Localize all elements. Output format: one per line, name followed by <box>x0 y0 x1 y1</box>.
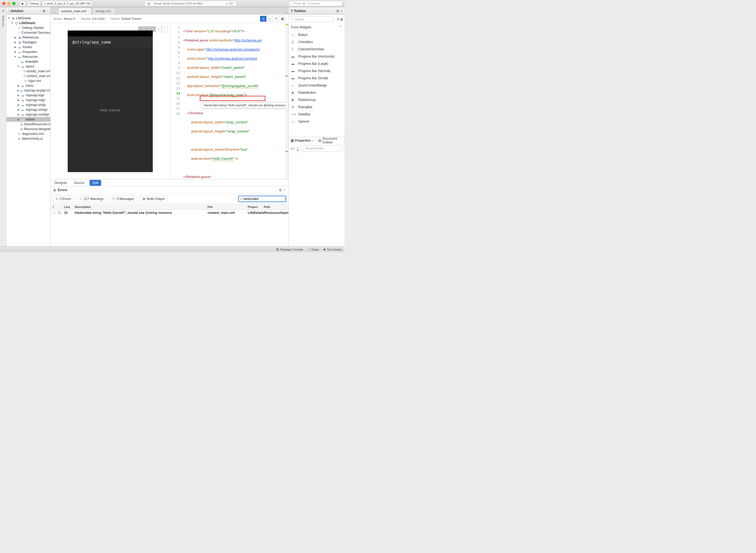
run-button[interactable]: ▶ <box>20 1 26 6</box>
tree-item-properties[interactable]: ▶▬Properties <box>6 50 50 54</box>
tool-output-button[interactable]: ▶ Tool Output <box>324 248 342 251</box>
landscape-icon[interactable]: ▭ <box>267 16 273 22</box>
solution-tree[interactable]: ▼▣LifeDetails ▼▢LifeDetails ✶Getting Sta… <box>6 15 50 246</box>
warnings-pill[interactable]: ⚠227 Warnings <box>77 196 107 202</box>
row-checkbox[interactable]: ☐ <box>56 210 62 216</box>
panel-close-icon[interactable]: × <box>284 188 286 192</box>
clear-icon[interactable]: ⊗ <box>284 197 287 201</box>
tab-strings[interactable]: strings.xml <box>93 8 116 14</box>
device-select[interactable]: Nexus 4 ▾ <box>64 17 76 20</box>
zoom-out-icon[interactable]: − <box>162 26 168 32</box>
version-select[interactable]: 9.0 (v28) ▾ <box>93 17 106 20</box>
tree-item-diagnostics[interactable]: ⧉diagnostics.xml <box>6 132 50 136</box>
tree-item-connected-services[interactable]: ⚇Connected Services <box>6 30 50 35</box>
phone-preview[interactable]: @string/app_name Hello Garrett! <box>68 30 153 172</box>
code-editor[interactable]: 123456789101112131415161718 <?xml versio… <box>170 23 288 179</box>
panel-dock-icon[interactable]: ◧ <box>337 9 339 13</box>
sort-category-icon[interactable]: ≡ <box>297 146 298 150</box>
toolbox-item[interactable]: ▭Button <box>289 31 345 38</box>
tree-item-about-resources[interactable]: ▤AboutResources.txt <box>6 122 50 127</box>
designer-preview[interactable]: ▭ ⤢ ⛶ + − @string/app_name Hello Garrett… <box>51 23 170 179</box>
tree-item-content-main[interactable]: ⧉content_main.xml <box>6 74 50 78</box>
toolbox-item[interactable]: ★RatingBar <box>289 103 345 110</box>
toolbox-item[interactable]: ◉RadioGroup <box>289 96 345 103</box>
close-icon[interactable]: × <box>312 139 314 142</box>
tree-item-packages[interactable]: ▶▣Packages <box>6 40 50 45</box>
warning-icon[interactable]: ⚠ 227 <box>225 2 234 5</box>
close-window[interactable] <box>2 2 5 5</box>
toolbox-item[interactable]: ▬Progress Bar (Normal) <box>289 67 345 74</box>
tree-item-references[interactable]: ▶▣References <box>6 35 50 40</box>
mode-source[interactable]: Source <box>73 180 86 186</box>
tree-item-mipmap-xxxhdpi[interactable]: ▶▬mipmap-xxxhdpi <box>6 112 50 117</box>
tree-item-menu[interactable]: ▶▬menu <box>6 83 50 88</box>
property-filter[interactable]: ⌕Property Filter <box>301 145 343 151</box>
tree-item-drawable[interactable]: ▬drawable <box>6 59 50 64</box>
toolbox-item[interactable]: ▬Progress Bar (Horizontal) <box>289 53 345 60</box>
mode-split[interactable]: Split <box>90 180 101 186</box>
toolbox-item[interactable]: ☑CheckBox <box>289 38 345 46</box>
tree-item-assets[interactable]: ▶▬Assets <box>6 45 50 50</box>
toolbox-item[interactable]: ▭Spinner <box>289 118 345 125</box>
tree-item-mipmap-anydpi[interactable]: ▶▬mipmap-anydpi-v26 <box>6 88 50 93</box>
tab-properties[interactable]: ▤ Properties× <box>289 137 316 144</box>
config-dropdown[interactable]: Debug <box>28 1 40 6</box>
panel-close-icon[interactable]: ▫ <box>47 9 48 13</box>
tree-item-getting-started[interactable]: ✶Getting Started <box>6 25 50 30</box>
col-description[interactable]: Description <box>73 204 205 210</box>
col-file[interactable]: File <box>205 204 246 210</box>
tasks-button[interactable]: ✓ Tasks <box>308 248 319 251</box>
panel-close-icon[interactable]: × <box>341 9 343 13</box>
grid-view-icon[interactable]: ▦ <box>340 17 343 21</box>
toolbox-item[interactable]: ▬Progress Bar (Large) <box>289 60 345 67</box>
panel-dock-icon[interactable]: ◧ <box>279 188 282 192</box>
project-node[interactable]: ▼▢LifeDetails <box>6 21 50 25</box>
errors-search-input[interactable] <box>243 197 283 201</box>
tree-item-resource-designer[interactable]: ▤Resource.designer.cs <box>6 127 50 132</box>
toolbox-item[interactable]: TCheckedTextView <box>289 46 345 53</box>
tab-document-outline[interactable]: ▤ Document Outline <box>316 137 345 144</box>
col-line[interactable]: Line <box>62 204 73 210</box>
nav-fwd-icon[interactable]: › <box>54 10 56 14</box>
errors-pill[interactable]: ⊘0 Errors <box>53 196 74 202</box>
col-project[interactable]: Project <box>246 204 262 210</box>
toolbox-section[interactable]: Form Widgets⌃ <box>289 24 345 31</box>
theme-select[interactable]: Default Theme ▾ <box>121 17 142 20</box>
list-view-icon[interactable]: ☰ <box>337 17 340 21</box>
refresh-icon[interactable]: ⟲ <box>273 16 279 22</box>
marker-column[interactable] <box>285 23 288 179</box>
tab-content-main[interactable]: content_main.xml× <box>58 8 92 14</box>
tree-item-resources[interactable]: ▼▬Resources <box>6 54 50 59</box>
sort-alpha[interactable]: a.z <box>291 147 295 150</box>
code-content[interactable]: <?xml version="1.0" encoding="utf-8"?> <… <box>182 23 288 179</box>
col-check[interactable] <box>56 204 62 210</box>
toolbox-item[interactable]: ⟿SeekBar <box>289 110 345 118</box>
tree-item-values[interactable]: ▶▬values <box>6 117 50 122</box>
tree-item-mipmap-xxhdpi[interactable]: ▶▬mipmap-xxhdpi <box>6 107 50 112</box>
solution-root[interactable]: ▼▣LifeDetails <box>6 16 50 21</box>
global-search[interactable]: ⌕ Press '⌘.' to search <box>289 1 343 6</box>
toolbox-search[interactable]: ⌕Search <box>290 16 334 22</box>
col-path[interactable]: Path <box>262 204 288 210</box>
errors-search[interactable]: ⌕ ⊗ <box>238 196 286 202</box>
tree-item-mipmap-xhdpi[interactable]: ▶▬mipmap-xhdpi <box>6 102 50 107</box>
toolbox-item[interactable]: ▬Progress Bar (Small) <box>289 74 345 82</box>
package-console-button[interactable]: ▤ Package Console <box>276 248 303 251</box>
toolbox-item[interactable]: ▭QuickContactBadge <box>289 82 345 89</box>
error-row[interactable]: ⚠ ☐ 15 Hardcoded string "Hello Garrett!"… <box>51 210 288 216</box>
tree-item-activity-main[interactable]: ⧉activity_main.xml <box>6 69 50 74</box>
tabs-dropdown-icon[interactable]: ▾ <box>284 11 288 14</box>
panel-dock-icon[interactable]: ◧ <box>43 9 45 13</box>
unit-tests-tab[interactable]: Unit Tests <box>2 15 5 27</box>
minimize-window[interactable] <box>7 2 10 5</box>
tree-item-mipmap-hdpi[interactable]: ▶▬mipmap-hdpi <box>6 93 50 98</box>
close-icon[interactable]: × <box>88 10 90 13</box>
tree-item-main-activity[interactable]: ▤MainActivity.cs <box>6 136 50 141</box>
collapse-icon[interactable]: ⌃ <box>339 25 342 29</box>
portrait-icon[interactable]: ▯ <box>260 16 267 22</box>
toolbox-item[interactable]: ◉RadioButton <box>289 89 345 96</box>
tree-item-login[interactable]: ⧉login.xml <box>6 78 50 83</box>
zoom-in-icon[interactable]: + <box>156 26 162 32</box>
build-output-pill[interactable]: ▤Build Output <box>139 196 168 202</box>
mode-designer[interactable]: Designer <box>53 180 69 186</box>
